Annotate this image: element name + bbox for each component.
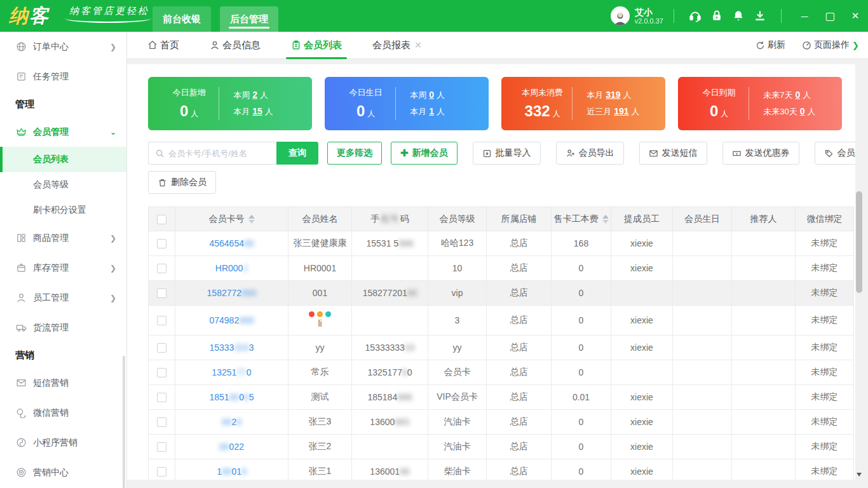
member-phone: 185184888 xyxy=(352,385,428,410)
row-checkbox[interactable] xyxy=(157,467,166,477)
add-member-button[interactable]: ✚新增会员 xyxy=(391,142,458,165)
export-member-icon xyxy=(566,149,575,158)
scrollbar-thumb[interactable] xyxy=(856,191,862,293)
bell-icon[interactable] xyxy=(728,5,749,27)
coupon-icon xyxy=(732,149,742,158)
sidebar-item[interactable]: 会员管理 ⌄ xyxy=(0,117,126,147)
row-checkbox[interactable] xyxy=(157,368,166,377)
tab-member-report[interactable]: 会员报表 ✕ xyxy=(370,32,424,59)
sidebar-item[interactable]: 货流管理 xyxy=(0,313,126,342)
member-tag-button[interactable]: 会员标签 xyxy=(815,142,855,165)
member-card-link[interactable]: HR0001 xyxy=(215,263,248,273)
avatar[interactable] xyxy=(611,6,630,25)
tab-member-list[interactable]: 会员列表 xyxy=(288,32,344,59)
member-card-link[interactable]: 8828 xyxy=(222,417,241,427)
member-name: 张三2 xyxy=(288,435,352,459)
task-icon xyxy=(15,71,27,83)
member-phone: 15827720188 xyxy=(352,281,428,306)
card-birthday-today[interactable]: 今日生日 0人 本周0人 本月1人 xyxy=(325,77,489,130)
nav-tab-backoffice[interactable]: 后台管理 xyxy=(220,6,278,32)
member-card-link[interactable]: 185188085 xyxy=(209,392,254,402)
column-header: 会员姓名 xyxy=(288,207,352,231)
member-level: 汽油卡 xyxy=(428,410,487,435)
nav-tab-cashier[interactable]: 前台收银 xyxy=(153,6,211,32)
select-all-checkbox[interactable] xyxy=(157,215,166,224)
member-card-link[interactable]: 074982888 xyxy=(209,315,254,325)
commission-staff: xiexie xyxy=(611,385,673,410)
search-button[interactable]: 查询 xyxy=(276,142,318,165)
sidebar-item[interactable]: 员工管理 ❯ xyxy=(0,283,126,313)
row-checkbox[interactable] xyxy=(157,442,166,452)
send-sms-button[interactable]: 发送短信 xyxy=(639,142,707,165)
tab-member-info[interactable]: 会员信息 xyxy=(207,32,263,59)
sidebar-item[interactable]: 微信营销 xyxy=(0,398,126,428)
column-header: 会员等级 xyxy=(428,207,487,231)
globe-icon xyxy=(15,41,27,53)
column-header: 微信绑定 xyxy=(796,207,854,231)
support-headset-icon[interactable] xyxy=(684,5,706,27)
sidebar-item[interactable]: 短信营销 xyxy=(0,368,126,398)
card-fee: 0 xyxy=(552,435,611,459)
row-checkbox[interactable] xyxy=(157,239,166,248)
member-referrer xyxy=(732,410,796,435)
row-checkbox[interactable] xyxy=(157,417,166,427)
sort-icon[interactable] xyxy=(248,215,255,224)
sidebar-item[interactable]: 小程序营销 xyxy=(0,428,126,458)
export-member-button[interactable]: 会员导出 xyxy=(556,142,624,165)
page-operations-button[interactable]: 页面操作 ❯ xyxy=(802,39,859,51)
table-row: 13251770常乐132517780会员卡总店0未绑定 xyxy=(149,360,854,385)
sidebar-subitem[interactable]: 会员列表 xyxy=(0,147,126,172)
sidebar-item[interactable]: 任务管理 xyxy=(0,62,126,92)
download-icon[interactable] xyxy=(749,5,771,27)
column-header[interactable]: 售卡工本费 xyxy=(552,207,611,231)
close-tab-icon[interactable]: ✕ xyxy=(414,40,422,50)
sidebar-item[interactable]: 库存管理 ❯ xyxy=(0,253,126,283)
column-header[interactable]: 会员卡号 xyxy=(175,207,288,231)
row-checkbox[interactable] xyxy=(157,393,166,402)
member-referrer xyxy=(732,306,796,336)
member-card-link[interactable]: 153333333 xyxy=(209,342,254,353)
close-button[interactable]: ✕ xyxy=(843,0,868,32)
lock-icon[interactable] xyxy=(706,5,728,27)
commission-staff: xiexie xyxy=(611,459,673,480)
member-store: 总店 xyxy=(487,385,552,410)
search-input[interactable] xyxy=(168,149,280,158)
delete-member-button[interactable]: 删除会员 xyxy=(148,171,216,194)
sort-icon[interactable] xyxy=(602,215,609,224)
more-filter-button[interactable]: 更多筛选 xyxy=(327,142,382,165)
member-card-link[interactable]: 188018 xyxy=(217,466,247,477)
send-coupon-button[interactable]: 发送优惠券 xyxy=(722,142,799,165)
maximize-button[interactable]: ▢ xyxy=(817,0,843,32)
minimize-button[interactable]: ─ xyxy=(792,0,817,32)
row-checkbox[interactable] xyxy=(157,264,166,273)
sidebar-item[interactable]: 营销中心 xyxy=(0,458,126,487)
sidebar-subitem[interactable]: 刷卡积分设置 xyxy=(0,198,126,223)
tab-home[interactable]: 首页 xyxy=(145,32,182,59)
member-birthday xyxy=(673,281,732,306)
member-card-link[interactable]: 88022 xyxy=(219,442,244,452)
slogan: 纳客管店更轻松 xyxy=(65,5,154,23)
member-card-link[interactable]: 1582772888 xyxy=(207,288,257,298)
row-checkbox[interactable] xyxy=(157,343,166,353)
sidebar-item[interactable]: 订单中心 ❯ xyxy=(0,32,126,62)
vertical-scrollbar[interactable] xyxy=(855,64,863,480)
batch-import-button[interactable]: 批量导入 xyxy=(473,142,541,165)
commission-staff: xiexie xyxy=(611,306,673,336)
card-no-consume-week[interactable]: 本周未消费 332人 本月319人 近三月191人 xyxy=(501,77,665,130)
table-row: 158277288800115827720188vip总店0未绑定 xyxy=(149,281,854,306)
member-card-link[interactable]: 13251770 xyxy=(212,367,251,377)
card-new-today[interactable]: 今日新增 0人 本周2人 本月15人 xyxy=(148,77,312,130)
sidebar-item[interactable]: 商品管理 ❯ xyxy=(0,223,126,253)
member-store: 总店 xyxy=(487,336,552,360)
refresh-button[interactable]: 刷新 xyxy=(756,39,785,51)
staff-icon xyxy=(15,292,27,304)
wechat-bind-status: 未绑定 xyxy=(796,435,854,459)
member-phone: 1533333333 xyxy=(352,336,428,360)
row-checkbox[interactable] xyxy=(157,288,166,298)
member-card-link[interactable]: 456465488 xyxy=(209,238,254,248)
scrollbar-down-arrow[interactable] xyxy=(855,471,863,478)
sidebar-subitem[interactable]: 会员等级 xyxy=(0,172,126,198)
row-checkbox[interactable] xyxy=(157,316,166,325)
card-expire-today[interactable]: 今日到期 0人 未来7天0人 未来30天0人 xyxy=(678,77,842,130)
miniapp-icon xyxy=(15,437,27,449)
